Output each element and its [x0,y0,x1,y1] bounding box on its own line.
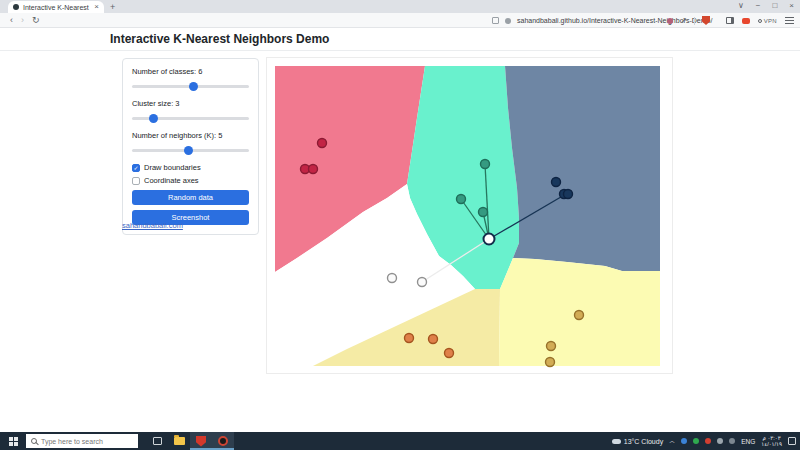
check-icon: ✓ [133,165,138,171]
cluster-size-slider-label: Cluster size: 3 [132,99,249,108]
clock[interactable]: ٠٣:٠٣ م ١٤/٠١/١٩ [761,435,782,448]
test-point[interactable] [484,234,495,245]
web-page: Interactive K-Nearest Neighbors Demo Num… [0,28,800,432]
browser-app-button[interactable] [212,432,234,450]
language-indicator[interactable]: ENG [741,438,755,445]
search-placeholder: Type here to search [41,438,103,445]
teal-data-point[interactable] [457,195,466,204]
tan-data-point[interactable] [575,311,584,320]
taskbar: Type here to search 13°C Cloudy ︿ ENG ٠٣… [0,432,800,450]
windows-logo-icon [9,437,18,446]
navy-data-point[interactable] [564,190,573,199]
clock-date: ١٤/٠١/١٩ [761,441,782,447]
white-data-point[interactable] [388,274,397,283]
security-tray-icon[interactable] [705,438,711,444]
usb-tray-icon[interactable] [717,438,723,444]
navy-region [505,66,660,271]
search-icon [31,438,37,444]
wallet-icon[interactable] [742,18,750,24]
folder-icon [174,437,185,445]
system-tray: 13°C Cloudy ︿ ENG ٠٣:٠٣ م ١٤/٠١/١٩ [612,432,796,450]
red-data-point[interactable] [309,165,318,174]
classes-slider-label: Number of classes: 6 [132,67,249,76]
tab-bar: Interactive K-Nearest Neighbo... × + ∨ −… [0,0,800,13]
weather-widget[interactable]: 13°C Cloudy [612,438,663,445]
file-explorer-button[interactable] [168,432,190,450]
onedrive-icon[interactable] [681,438,687,444]
browser-tab[interactable]: Interactive K-Nearest Neighbo... × [8,1,104,13]
vpn-badge[interactable]: VPN [758,18,777,24]
tab-title: Interactive K-Nearest Neighbo... [23,4,90,11]
browser-app-icon [218,436,228,446]
tan-data-point[interactable] [547,342,556,351]
neighbors-slider[interactable] [132,146,249,155]
white-data-point[interactable] [418,278,427,287]
extension-icon[interactable] [667,18,673,24]
action-center-icon[interactable] [788,437,796,445]
volume-icon[interactable] [729,438,735,444]
window-minimize-icon[interactable]: − [756,2,761,10]
page-title: Interactive K-Nearest Neighbors Demo [110,32,329,46]
vpn-status-icon [758,19,762,23]
slider-thumb[interactable] [189,82,198,91]
site-badge-icon[interactable] [505,18,511,24]
orange-data-point[interactable] [445,349,454,358]
knn-visualization[interactable] [267,58,674,375]
taskbar-search[interactable]: Type here to search [26,434,138,448]
sidebar-toggle-icon[interactable] [726,17,734,24]
new-tab-button[interactable]: + [110,1,115,13]
red-data-point[interactable] [318,139,327,148]
navy-data-point[interactable] [552,178,561,187]
tab-close-icon[interactable]: × [94,3,99,11]
browser-window: Interactive K-Nearest Neighbo... × + ∨ −… [0,0,800,450]
toolbar-divider [694,17,695,25]
orange-data-point[interactable] [405,334,414,343]
task-view-button[interactable] [146,432,168,450]
cloud-icon [612,439,621,444]
author-link[interactable]: sahandbabali.com [122,221,183,230]
checkbox-box[interactable]: ✓ [132,177,140,185]
classes-slider[interactable] [132,82,249,91]
window-close-icon[interactable]: × [789,2,794,10]
knn-canvas[interactable] [266,57,673,374]
browser-toolbar: ‹ › ↻ sahandbabali.github.io/Interactive… [0,13,800,28]
orange-data-point[interactable] [429,335,438,344]
task-view-icon [153,437,162,445]
slider-thumb[interactable] [184,146,193,155]
back-button-icon[interactable]: ‹ [10,16,13,25]
tray-expand-icon[interactable]: ︿ [669,438,675,444]
adblock-shield-icon[interactable] [702,16,710,25]
controls-panel: Number of classes: 6 Cluster size: 3 Num… [122,58,259,235]
forward-button-icon: › [21,16,24,25]
window-maximize-icon[interactable]: □ [772,2,777,10]
start-button[interactable] [0,432,26,450]
cluster-size-slider[interactable] [132,114,249,123]
checkbox-box[interactable]: ✓ [132,164,140,172]
neighbors-slider-label: Number of neighbors (K): 5 [132,131,249,140]
menu-icon[interactable] [785,20,794,22]
red-shield-icon [196,436,206,447]
tan-data-point[interactable] [546,358,555,367]
header-divider [0,50,800,51]
window-controls: ∨ − □ × [738,0,794,12]
reload-button-icon[interactable]: ↻ [32,16,40,25]
page-icon[interactable] [492,17,499,24]
slider-thumb[interactable] [149,114,158,123]
share-icon[interactable]: ↗ [680,17,687,25]
coordinate-axes-checkbox[interactable]: ✓ Coordinate axes [132,176,249,185]
draw-boundaries-checkbox[interactable]: ✓ Draw boundaries [132,163,249,172]
window-more-icon[interactable]: ∨ [738,2,744,10]
teal-data-point[interactable] [481,160,490,169]
antivirus-app-button[interactable] [190,432,212,450]
sync-tray-icon[interactable] [693,438,699,444]
random-data-button[interactable]: Random data [132,190,249,205]
teal-data-point[interactable] [479,208,488,217]
tab-favicon-icon [13,4,19,10]
